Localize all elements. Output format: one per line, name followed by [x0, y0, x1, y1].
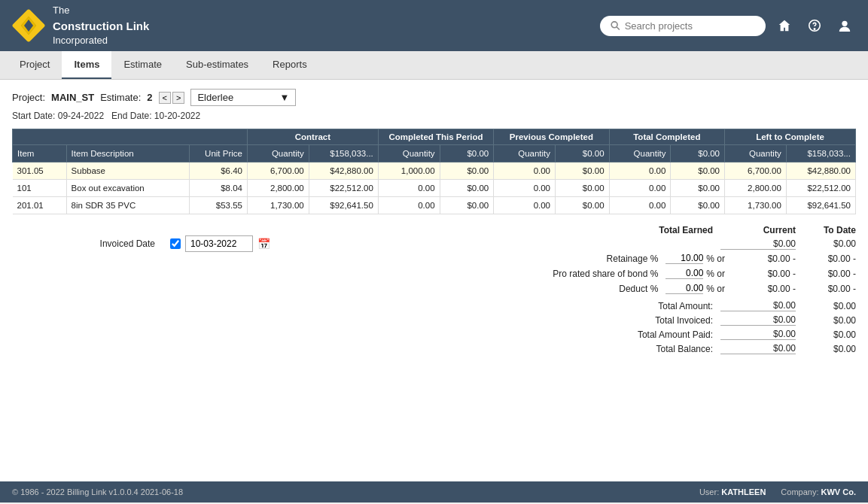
header-right — [600, 14, 856, 37]
col-prev-total: $0.00 — [556, 145, 610, 162]
svg-line-4 — [617, 27, 620, 30]
total-invoiced-current: $0.00 — [720, 314, 796, 326]
col-unit-price: Unit Price — [190, 145, 248, 162]
earned-current: $0.00 — [720, 238, 796, 250]
retainage-current: $0.00 - — [728, 254, 796, 264]
table-cell: $0.00 — [556, 197, 610, 214]
total-invoiced-row: Total Invoiced: $0.00 $0.00 — [464, 314, 856, 326]
group-header-blank — [13, 129, 248, 145]
table-cell: $0.00 — [671, 180, 725, 197]
table-row[interactable]: 201.018in SDR 35 PVC$53.551,730.00$92,64… — [13, 197, 856, 214]
table-cell: 0.00 — [378, 180, 440, 197]
items-table-container: Contract Completed This Period Previous … — [12, 129, 856, 214]
table-row[interactable]: 301.05Subbase$6.406,700.00$42,880.001,00… — [13, 162, 856, 180]
earned-to-date: $0.00 — [796, 238, 856, 250]
deduct-label: Deduct % — [464, 284, 665, 294]
search-icon — [611, 20, 620, 31]
estimate-number: 2 — [147, 92, 152, 103]
user-icon[interactable] — [833, 14, 856, 37]
pro-rated-row: Pro rated share of bond % % or $0.00 - $… — [464, 268, 856, 279]
col-prev-qty: Quantity — [494, 145, 556, 162]
logo-area: The Construction Link Incorporated — [12, 4, 149, 47]
estimate-label: Estimate: — [100, 92, 141, 103]
table-cell: $0.00 — [440, 180, 494, 197]
invoiced-date-input[interactable] — [185, 235, 253, 252]
help-icon[interactable] — [803, 14, 826, 37]
table-cell: 0.00 — [609, 162, 671, 180]
dropdown-arrow-icon: ▼ — [280, 92, 290, 103]
company-name: The Construction Link Incorporated — [53, 4, 149, 47]
retainage-row: Retainage % % or $0.00 - $0.00 - — [464, 253, 856, 264]
table-cell: $22,512.00 — [786, 180, 855, 197]
table-cell: $0.00 — [556, 162, 610, 180]
table-cell: 2,800.00 — [247, 180, 309, 197]
project-name: MAIN_ST — [51, 92, 94, 103]
table-cell: 0.00 — [494, 197, 556, 214]
deduct-current: $0.00 - — [728, 284, 796, 294]
group-header-total-completed: Total Completed — [609, 129, 724, 145]
invoiced-checkbox[interactable] — [170, 238, 181, 249]
table-cell: 1,730.00 — [725, 197, 787, 214]
nav-sub-estimates[interactable]: Sub-estimates — [174, 51, 260, 79]
table-cell: $22,512.00 — [309, 180, 378, 197]
table-cell: $6.40 — [190, 162, 248, 180]
search-bar[interactable] — [600, 16, 766, 36]
table-cell: 0.00 — [494, 162, 556, 180]
app-footer: © 1986 - 2022 Billing Link v1.0.0.4 2021… — [0, 481, 868, 502]
home-icon[interactable] — [773, 14, 796, 37]
total-balance-label: Total Balance: — [464, 344, 720, 354]
retainage-pct-input[interactable] — [665, 253, 703, 264]
col-period-total: $0.00 — [440, 145, 494, 162]
table-row[interactable]: 101Box out excavation$8.042,800.00$22,51… — [13, 180, 856, 197]
nav-items[interactable]: Items — [62, 51, 111, 79]
bottom-left: Invoiced Date 📅 — [12, 225, 464, 357]
col-left-qty: Quantity — [725, 145, 787, 162]
nav-bar: Project Items Estimate Sub-estimates Rep… — [0, 51, 868, 80]
table-cell: 6,700.00 — [247, 162, 309, 180]
nav-project[interactable]: Project — [8, 51, 62, 79]
table-cell: 0.00 — [378, 197, 440, 214]
invoiced-date-wrap: 📅 — [170, 235, 270, 252]
bottom-section: Invoiced Date 📅 Total Earned Current To … — [12, 225, 856, 357]
invoiced-date-label: Invoiced Date — [12, 238, 163, 249]
group-header-left: Left to Complete — [725, 129, 856, 145]
table-cell: 0.00 — [609, 180, 671, 197]
pro-rated-label: Pro rated share of bond % — [464, 269, 665, 279]
app-header: The Construction Link Incorporated — [0, 0, 868, 51]
calendar-icon[interactable]: 📅 — [257, 238, 270, 250]
table-cell: $92,641.50 — [309, 197, 378, 214]
pro-rated-current: $0.00 - — [728, 269, 796, 279]
group-header-contract: Contract — [247, 129, 378, 145]
nav-reports[interactable]: Reports — [260, 51, 319, 79]
nav-estimate[interactable]: Estimate — [111, 51, 174, 79]
table-cell: 0.00 — [494, 180, 556, 197]
items-table: Contract Completed This Period Previous … — [12, 129, 856, 214]
table-cell: 2,800.00 — [725, 180, 787, 197]
table-cell: 201.01 — [13, 197, 67, 214]
dates-info: Start Date: 09-24-2022 End Date: 10-20-2… — [12, 111, 856, 121]
table-cell: $92,641.50 — [786, 197, 855, 214]
estimate-nav: < > — [159, 92, 185, 104]
search-input[interactable] — [625, 20, 755, 32]
col-item: Item — [13, 145, 67, 162]
retainage-to-date: $0.00 - — [796, 254, 856, 264]
total-amount-current: $0.00 — [720, 300, 796, 311]
col-contract-total: $158,033... — [309, 145, 378, 162]
project-label: Project: — [12, 92, 45, 103]
table-cell: 101 — [13, 180, 67, 197]
total-paid-to-date: $0.00 — [796, 329, 856, 340]
pro-rated-or: % or — [703, 269, 728, 279]
pro-rated-pct-input[interactable] — [665, 268, 703, 279]
table-cell: 8in SDR 35 PVC — [66, 197, 190, 214]
col-total-qty: Quantity — [609, 145, 671, 162]
table-cell: $53.55 — [190, 197, 248, 214]
total-earned-label: Total Earned — [464, 225, 720, 235]
table-cell: 1,000.00 — [378, 162, 440, 180]
deduct-pct-input[interactable] — [665, 283, 703, 294]
col-total-total: $0.00 — [671, 145, 725, 162]
estimate-dropdown[interactable]: Elderlee ▼ — [190, 89, 296, 106]
estimate-next-button[interactable]: > — [172, 92, 184, 104]
col-contract-qty: Quantity — [247, 145, 309, 162]
estimate-prev-button[interactable]: < — [159, 92, 171, 104]
table-cell: $0.00 — [671, 197, 725, 214]
